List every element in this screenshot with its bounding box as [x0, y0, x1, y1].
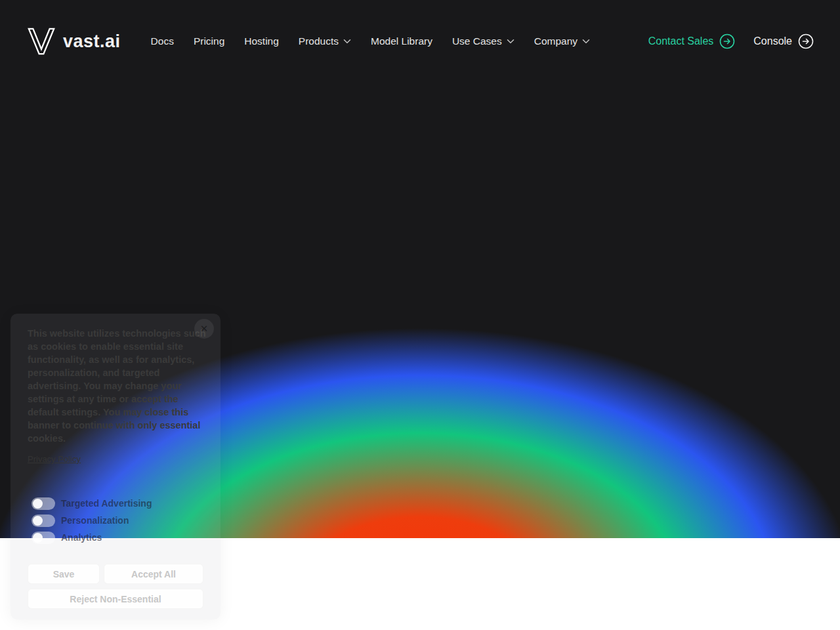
- nav-label: Pricing: [194, 35, 224, 47]
- vast-v-logo-icon: [26, 26, 56, 57]
- toggle-switch[interactable]: [32, 514, 55, 527]
- nav-item-company[interactable]: Company: [534, 35, 590, 47]
- contact-sales-button[interactable]: Contact Sales: [648, 33, 736, 49]
- nav-label: Use Cases: [452, 35, 502, 47]
- nav-label: Docs: [151, 35, 174, 47]
- console-button[interactable]: Console: [753, 33, 814, 49]
- nav-item-products[interactable]: Products: [299, 35, 351, 47]
- nav-item-hosting[interactable]: Hosting: [244, 35, 279, 47]
- toggle-analytics[interactable]: Analytics: [28, 529, 203, 546]
- arrow-right-circle-icon: [719, 33, 735, 49]
- brand-name: vast.ai: [63, 32, 121, 52]
- console-label: Console: [753, 35, 792, 47]
- nav-item-model-library[interactable]: Model Library: [371, 35, 432, 47]
- toggle-switch[interactable]: [32, 532, 55, 544]
- toggle-knob: [33, 533, 43, 543]
- toggle-targeted-advertising[interactable]: Targeted Advertising: [28, 495, 203, 512]
- chevron-down-icon: [507, 39, 514, 44]
- toggle-label: Targeted Advertising: [61, 498, 152, 509]
- toggle-knob: [33, 516, 43, 526]
- nav-item-pricing[interactable]: Pricing: [194, 35, 224, 47]
- toggle-personalization[interactable]: Personalization: [28, 512, 203, 529]
- chevron-down-icon: [582, 39, 590, 44]
- nav-label: Model Library: [371, 35, 432, 47]
- toggle-label: Personalization: [61, 515, 129, 526]
- cookie-buttons-row: Save Accept All: [28, 564, 203, 584]
- nav-label: Products: [299, 35, 339, 47]
- privacy-policy-link[interactable]: Privacy Policy: [28, 454, 81, 464]
- main-nav: Docs Pricing Hosting Products Model Libr…: [151, 35, 591, 47]
- close-icon[interactable]: ✕: [194, 319, 214, 339]
- arrow-right-circle-icon: [798, 33, 814, 49]
- site-header: vast.ai Docs Pricing Hosting Products Mo…: [0, 0, 840, 83]
- save-button[interactable]: Save: [28, 564, 100, 584]
- toggle-switch[interactable]: [32, 497, 55, 510]
- contact-sales-label: Contact Sales: [648, 35, 714, 47]
- toggle-knob: [33, 499, 43, 509]
- reject-non-essential-button[interactable]: Reject Non-Essential: [28, 589, 203, 609]
- brand-logo[interactable]: vast.ai: [26, 26, 121, 57]
- nav-item-docs[interactable]: Docs: [151, 35, 174, 47]
- cookie-toggle-list: Targeted Advertising Personalization Ana…: [28, 495, 203, 546]
- cookie-consent-dialog: ✕ This website utilizes technologies suc…: [10, 314, 220, 620]
- chevron-down-icon: [343, 39, 351, 44]
- cookie-message-text: This website utilizes technologies such …: [28, 327, 206, 445]
- nav-label: Company: [534, 35, 578, 47]
- accept-all-button[interactable]: Accept All: [104, 564, 203, 584]
- header-actions: Contact Sales Console: [648, 33, 814, 49]
- toggle-label: Analytics: [61, 532, 102, 543]
- nav-label: Hosting: [244, 35, 279, 47]
- nav-item-use-cases[interactable]: Use Cases: [452, 35, 514, 47]
